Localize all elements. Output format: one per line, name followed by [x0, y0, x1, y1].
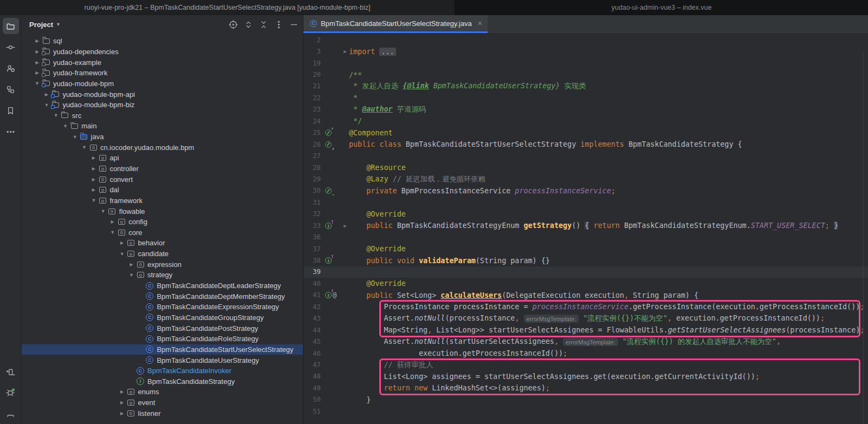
chevron-collapsed-icon[interactable]: ▶: [89, 155, 98, 160]
tree-item-api[interactable]: ▶api: [22, 153, 303, 164]
tree-item-dal[interactable]: ▶dal: [22, 185, 303, 195]
chevron-expanded-icon[interactable]: ▼: [61, 123, 69, 129]
debug-icon[interactable]: [3, 384, 19, 400]
tree-item-BpmTaskCandidateDeptMemberStrategy[interactable]: CBpmTaskCandidateDeptMemberStrategy: [22, 291, 303, 302]
chevron-collapsed-icon[interactable]: ▶: [127, 262, 135, 267]
tree-item-BpmTaskCandidateStartUserSelectStrategy[interactable]: CBpmTaskCandidateStartUserSelectStrategy: [22, 344, 303, 355]
chevron-expanded-icon[interactable]: ▼: [42, 102, 50, 108]
tree-item-BpmTaskCandidateDeptLeaderStrategy[interactable]: CBpmTaskCandidateDeptLeaderStrategy: [22, 281, 303, 291]
options-kebab-icon[interactable]: [274, 19, 283, 29]
tree-item-java[interactable]: ▼java: [22, 132, 303, 142]
tree-item-flowable[interactable]: ▼flowable: [22, 206, 303, 217]
tree-item-event[interactable]: ▶event: [22, 397, 303, 408]
tree-item-yudao-module-bpm-biz[interactable]: ▼yudao-module-bpm-biz: [22, 100, 303, 110]
chevron-collapsed-icon[interactable]: ▶: [118, 400, 126, 405]
chevron-collapsed-icon[interactable]: ▶: [33, 60, 41, 65]
fold-chevron-icon[interactable]: ▶: [341, 223, 349, 229]
chevron-collapsed-icon[interactable]: ▶: [33, 70, 41, 75]
tree-item-behavior[interactable]: ▶behavior: [22, 238, 303, 249]
tree-item-candidate[interactable]: ▼candidate: [22, 249, 303, 259]
tree-item-BpmTaskCandidatePostStrategy[interactable]: CBpmTaskCandidatePostStrategy: [22, 323, 303, 334]
tree-item-convert[interactable]: ▶convert: [22, 174, 303, 185]
expand-all-icon[interactable]: [243, 19, 253, 29]
code-editor[interactable]: 23▶import ...1920/**21 * 发起人自选 {@link Bp…: [303, 33, 868, 424]
tree-item-framework[interactable]: ▼framework: [22, 195, 303, 206]
structure-icon[interactable]: [3, 81, 19, 97]
tree-item-BpmTaskCandidateUserStrategy[interactable]: CBpmTaskCandidateUserStrategy: [22, 355, 303, 366]
tree-item-BpmTaskCandidateGroupStrategy[interactable]: CBpmTaskCandidateGroupStrategy: [22, 312, 303, 323]
project-panel-header: Project ▼: [22, 15, 303, 34]
project-icon[interactable]: [3, 18, 19, 34]
chevron-expanded-icon[interactable]: ▼: [99, 208, 107, 214]
chevron-down-icon[interactable]: ▼: [56, 22, 61, 27]
chevron-collapsed-icon[interactable]: ▶: [89, 177, 98, 182]
spring-autowired-icon[interactable]: [325, 187, 332, 194]
editor-tab[interactable]: C BpmTaskCandidateStartUserSelectStrateg…: [303, 15, 488, 33]
chevron-expanded-icon[interactable]: ▼: [33, 81, 41, 86]
line-number: 26: [303, 141, 325, 148]
tree-item-label: controller: [109, 165, 138, 173]
implementing-method-icon[interactable]: I: [325, 223, 332, 229]
project-panel-title[interactable]: Project: [29, 21, 53, 29]
tree-item-sql[interactable]: ▶sql: [22, 36, 303, 47]
scrollbar-track[interactable]: [863, 52, 864, 424]
tree-item-yudao-dependencies[interactable]: ▶yudao-dependencies: [22, 47, 303, 57]
chevron-collapsed-icon[interactable]: ▶: [108, 219, 116, 224]
tree-item-label: BpmTaskCandidateGroupStrategy: [157, 314, 263, 322]
chevron-expanded-icon[interactable]: ▼: [118, 251, 126, 257]
more-tool-windows-icon[interactable]: [3, 123, 19, 140]
fold-chevron-icon[interactable]: ▶: [341, 49, 349, 54]
tree-item-enums[interactable]: ▶enums: [22, 387, 303, 397]
tree-item-core[interactable]: ▼core: [22, 227, 303, 238]
chevron-expanded-icon[interactable]: ▼: [108, 230, 116, 235]
tree-item-controller[interactable]: ▶controller: [22, 164, 303, 174]
tree-item-BpmTaskCandidateRoleStrategy[interactable]: CBpmTaskCandidateRoleStrategy: [22, 334, 303, 344]
pull-requests-icon[interactable]: ?: [3, 60, 19, 76]
run-icon[interactable]: [3, 364, 19, 380]
implementing-method-icon[interactable]: I: [325, 257, 332, 264]
tree-item-expression[interactable]: ▶expression: [22, 259, 303, 270]
tree-item-yudao-example[interactable]: ▶yudao-example: [22, 57, 303, 68]
tree-item-strategy[interactable]: ▼strategy: [22, 270, 303, 281]
tree-item-BpmTaskCandidateInvoker[interactable]: CBpmTaskCandidateInvoker: [22, 366, 303, 376]
chevron-expanded-icon[interactable]: ▼: [127, 272, 135, 278]
code-text: List<Long> assignees = startUserSelectAs…: [349, 373, 760, 381]
chevron-collapsed-icon[interactable]: ▶: [118, 240, 126, 245]
tree-item-listener[interactable]: ▶listener: [22, 408, 303, 419]
chevron-collapsed-icon[interactable]: ▶: [33, 38, 41, 43]
collapse-all-icon[interactable]: [258, 19, 268, 29]
tree-item-config[interactable]: ▶config: [22, 217, 303, 227]
chevron-expanded-icon[interactable]: ▼: [80, 145, 88, 150]
implementing-method-icon[interactable]: I: [325, 292, 332, 298]
bookmarks-icon[interactable]: [3, 102, 19, 119]
chevron-expanded-icon[interactable]: ▼: [52, 113, 60, 118]
chevron-expanded-icon[interactable]: ▼: [71, 134, 79, 140]
tree-item-yudao-module-bpm-api[interactable]: ▶yudao-module-bpm-api: [22, 89, 303, 100]
tree-item-cn.iocoder.yudao.module.bpm[interactable]: ▼cn.iocoder.yudao.module.bpm: [22, 142, 303, 153]
code-text: * 发起人自选 {@link BpmTaskCandidateUserStrat…: [349, 81, 586, 91]
tree-item-BpmTaskCandidateExpressionStrategy[interactable]: CBpmTaskCandidateExpressionStrategy: [22, 302, 303, 312]
tree-item-BpmTaskCandidateStrategy[interactable]: IBpmTaskCandidateStrategy: [22, 376, 303, 387]
tree-item-yudao-module-bpm[interactable]: ▼yudao-module-bpm: [22, 79, 303, 89]
close-icon[interactable]: ×: [478, 19, 482, 28]
code-text: Assert.notNull(processInstance, errorMsg…: [349, 314, 825, 323]
terminal-icon[interactable]: [3, 404, 19, 420]
chevron-collapsed-icon[interactable]: ▶: [89, 187, 98, 192]
chevron-expanded-icon[interactable]: ▼: [89, 198, 98, 203]
gutter-icons: [325, 187, 341, 194]
spring-bean-icon[interactable]: [325, 129, 332, 136]
chevron-collapsed-icon[interactable]: ▶: [118, 411, 126, 416]
chevron-collapsed-icon[interactable]: ▶: [42, 92, 50, 97]
code-text: public class BpmTaskCandidateStartUserSe…: [349, 140, 742, 148]
hide-panel-icon[interactable]: [289, 19, 299, 29]
tree-item-main[interactable]: ▼main: [22, 121, 303, 132]
class-icon: C: [145, 292, 154, 300]
locate-icon[interactable]: [228, 19, 238, 29]
spring-bean-icon[interactable]: [325, 141, 332, 148]
chevron-collapsed-icon[interactable]: ▶: [89, 166, 98, 171]
commit-icon[interactable]: [3, 39, 19, 55]
chevron-collapsed-icon[interactable]: ▶: [33, 49, 41, 54]
tree-item-src[interactable]: ▼src: [22, 110, 303, 121]
tree-item-yudao-framework[interactable]: ▶yudao-framework: [22, 68, 303, 79]
chevron-collapsed-icon[interactable]: ▶: [118, 389, 126, 394]
